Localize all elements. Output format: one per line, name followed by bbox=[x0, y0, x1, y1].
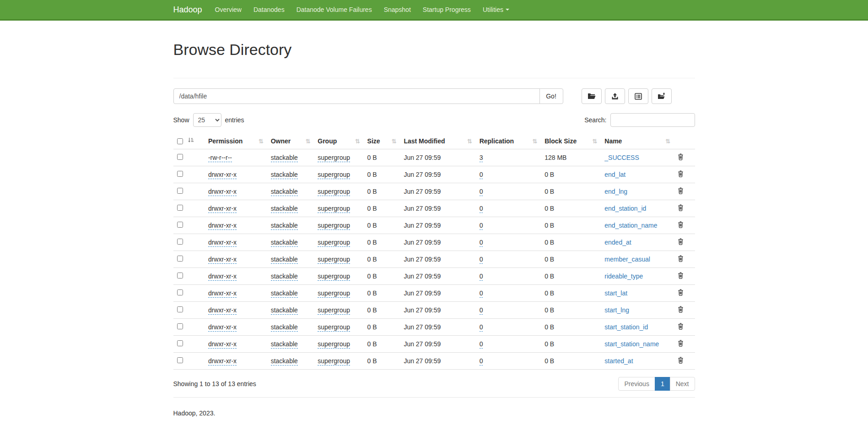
nav-item-startup-progress[interactable]: Startup Progress bbox=[417, 6, 477, 13]
row-checkbox[interactable] bbox=[177, 273, 183, 278]
group-value[interactable]: supergroup bbox=[318, 340, 350, 349]
owner-value[interactable]: stackable bbox=[271, 273, 298, 281]
replication-value[interactable]: 0 bbox=[480, 205, 483, 213]
permission-value[interactable]: drwxr-xr-x bbox=[208, 171, 237, 179]
file-name-link[interactable]: ended_at bbox=[604, 239, 631, 246]
column-header-group[interactable]: Group ⇅ bbox=[314, 133, 363, 149]
delete-button[interactable] bbox=[678, 187, 684, 196]
group-value[interactable]: supergroup bbox=[318, 171, 350, 179]
row-checkbox[interactable] bbox=[177, 289, 183, 295]
delete-button[interactable] bbox=[678, 272, 684, 280]
row-checkbox[interactable] bbox=[177, 239, 183, 245]
group-value[interactable]: supergroup bbox=[318, 289, 350, 298]
group-value[interactable]: supergroup bbox=[318, 222, 350, 230]
file-name-link[interactable]: _SUCCESS bbox=[604, 154, 639, 161]
replication-value[interactable]: 0 bbox=[480, 222, 483, 230]
replication-value[interactable]: 0 bbox=[480, 239, 483, 247]
permission-value[interactable]: drwxr-xr-x bbox=[208, 256, 237, 264]
group-value[interactable]: supergroup bbox=[318, 323, 350, 332]
row-checkbox[interactable] bbox=[177, 256, 183, 262]
replication-value[interactable]: 0 bbox=[480, 273, 483, 281]
group-value[interactable]: supergroup bbox=[318, 306, 350, 315]
owner-value[interactable]: stackable bbox=[271, 256, 298, 264]
row-checkbox[interactable] bbox=[177, 205, 183, 211]
file-name-link[interactable]: member_casual bbox=[604, 256, 650, 263]
column-header-replication[interactable]: Replication ⇅ bbox=[476, 133, 541, 149]
replication-value[interactable]: 0 bbox=[480, 357, 483, 366]
column-header-size[interactable]: Size ⇅ bbox=[364, 133, 400, 149]
delete-button[interactable] bbox=[678, 357, 684, 365]
owner-value[interactable]: stackable bbox=[271, 357, 298, 366]
row-checkbox[interactable] bbox=[177, 340, 183, 346]
delete-button[interactable] bbox=[678, 323, 684, 331]
file-name-link[interactable]: started_at bbox=[604, 357, 633, 365]
group-value[interactable]: supergroup bbox=[318, 239, 350, 247]
delete-button[interactable] bbox=[678, 255, 684, 263]
owner-value[interactable]: stackable bbox=[271, 205, 298, 213]
replication-value[interactable]: 0 bbox=[480, 323, 483, 332]
file-name-link[interactable]: start_lng bbox=[604, 306, 629, 314]
group-value[interactable]: supergroup bbox=[318, 205, 350, 213]
nav-item-datanodes[interactable]: Datanodes bbox=[248, 6, 291, 13]
owner-value[interactable]: stackable bbox=[271, 154, 298, 162]
directory-path-input[interactable] bbox=[173, 88, 540, 104]
file-name-link[interactable]: start_station_id bbox=[604, 323, 648, 331]
nav-item-datanode-volume-failures[interactable]: Datanode Volume Failures bbox=[291, 6, 378, 13]
snapshot-directory-button[interactable] bbox=[652, 88, 672, 104]
row-checkbox[interactable] bbox=[177, 222, 183, 228]
column-header-permission[interactable]: Permission ⇅ bbox=[205, 133, 267, 149]
page-size-select[interactable]: 25 bbox=[193, 113, 221, 127]
file-name-link[interactable]: end_station_name bbox=[604, 222, 657, 229]
owner-value[interactable]: stackable bbox=[271, 340, 298, 349]
permission-value[interactable]: drwxr-xr-x bbox=[208, 205, 237, 213]
delete-button[interactable] bbox=[678, 340, 684, 348]
permission-value[interactable]: drwxr-xr-x bbox=[208, 340, 237, 349]
permission-value[interactable]: -rw-r--r-- bbox=[208, 154, 232, 162]
owner-value[interactable]: stackable bbox=[271, 188, 298, 196]
permission-value[interactable]: drwxr-xr-x bbox=[208, 239, 237, 247]
column-header-owner[interactable]: Owner ⇅ bbox=[267, 133, 314, 149]
nav-item-overview[interactable]: Overview bbox=[209, 6, 248, 13]
permission-value[interactable]: drwxr-xr-x bbox=[208, 273, 237, 281]
replication-value[interactable]: 0 bbox=[480, 340, 483, 349]
owner-value[interactable]: stackable bbox=[271, 306, 298, 315]
group-value[interactable]: supergroup bbox=[318, 188, 350, 196]
replication-value[interactable]: 3 bbox=[480, 154, 483, 162]
delete-button[interactable] bbox=[678, 289, 684, 297]
row-checkbox[interactable] bbox=[177, 188, 183, 194]
group-value[interactable]: supergroup bbox=[318, 357, 350, 366]
select-all-checkbox[interactable] bbox=[177, 138, 183, 144]
row-checkbox[interactable] bbox=[177, 154, 183, 160]
go-button[interactable]: Go! bbox=[539, 88, 563, 104]
column-header-last-modified[interactable]: Last Modified ⇅ bbox=[400, 133, 475, 149]
set-storage-policy-button[interactable] bbox=[628, 88, 648, 104]
row-checkbox[interactable] bbox=[177, 306, 183, 312]
create-directory-button[interactable] bbox=[582, 88, 602, 104]
row-checkbox[interactable] bbox=[177, 171, 183, 177]
search-input[interactable] bbox=[610, 113, 695, 127]
delete-button[interactable] bbox=[678, 170, 684, 179]
file-name-link[interactable]: start_lat bbox=[604, 289, 627, 297]
delete-button[interactable] bbox=[678, 306, 684, 314]
owner-value[interactable]: stackable bbox=[271, 289, 298, 298]
file-name-link[interactable]: end_lat bbox=[604, 171, 625, 178]
upload-files-button[interactable] bbox=[605, 88, 625, 104]
owner-value[interactable]: stackable bbox=[271, 323, 298, 332]
nav-item-snapshot[interactable]: Snapshot bbox=[378, 6, 417, 13]
permission-value[interactable]: drwxr-xr-x bbox=[208, 323, 237, 332]
permission-value[interactable]: drwxr-xr-x bbox=[208, 357, 237, 366]
replication-value[interactable]: 0 bbox=[480, 306, 483, 315]
permission-value[interactable]: drwxr-xr-x bbox=[208, 306, 237, 315]
column-header-block-size[interactable]: Block Size ⇅ bbox=[541, 133, 601, 149]
column-header-name[interactable]: Name ⇅ bbox=[601, 133, 674, 149]
group-value[interactable]: supergroup bbox=[318, 273, 350, 281]
delete-button[interactable] bbox=[678, 153, 684, 162]
brand-link[interactable]: Hadoop bbox=[173, 5, 209, 15]
owner-value[interactable]: stackable bbox=[271, 171, 298, 179]
permission-value[interactable]: drwxr-xr-x bbox=[208, 289, 237, 298]
delete-button[interactable] bbox=[678, 238, 684, 246]
group-value[interactable]: supergroup bbox=[318, 154, 350, 162]
pagination-page-1-button[interactable]: 1 bbox=[655, 377, 670, 391]
permission-value[interactable]: drwxr-xr-x bbox=[208, 188, 237, 196]
row-checkbox[interactable] bbox=[177, 357, 183, 363]
